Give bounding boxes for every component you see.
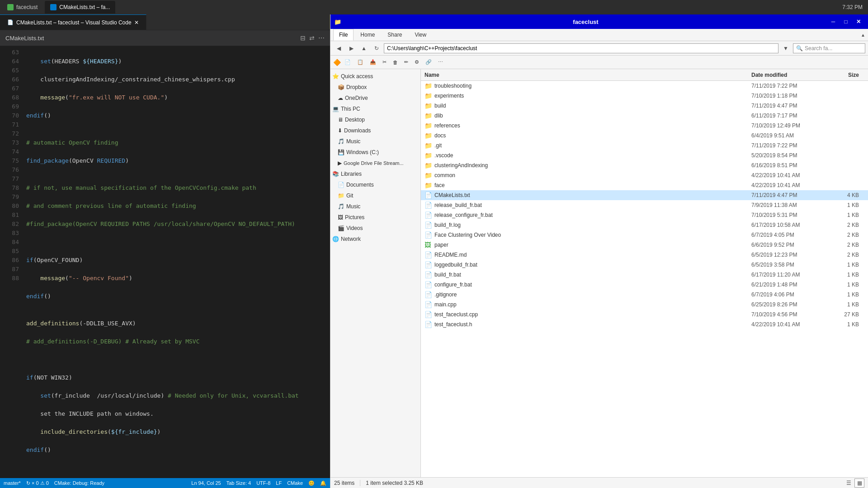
table-row[interactable]: 📁 face 4/22/2019 10:41 AM: [421, 180, 868, 190]
address-path[interactable]: C:\Users\langh\C++Projects\faceclust: [384, 43, 778, 53]
table-row[interactable]: 📄 loggedbuild_fr.bat 6/5/2019 3:58 PM 1 …: [421, 260, 868, 270]
file-type-icon: 📄: [425, 281, 433, 288]
tree-item-dropbox[interactable]: 📦 Dropbox: [330, 82, 420, 93]
code-content[interactable]: set(HEADERS ${HEADERS}) clusteringAndInd…: [23, 46, 330, 478]
maximize-button[interactable]: □: [840, 17, 852, 26]
tree-item-music2[interactable]: 🎵 Music: [330, 201, 420, 212]
table-row[interactable]: 📄 build_fr.bat 6/17/2019 11:20 AM 1 KB: [421, 270, 868, 280]
file-rows-container: 📁 troubleshooting 7/11/2019 7:22 PM 📁 ex…: [421, 81, 868, 329]
tree-item-quick-access[interactable]: ⭐ Quick access: [330, 71, 420, 82]
table-row[interactable]: 📄 build_fr.log 6/17/2019 10:58 AM 2 KB: [421, 220, 868, 230]
file-date: 4/22/2019 10:41 AM: [751, 172, 833, 178]
table-row[interactable]: 📄 .gitignore 6/7/2019 4:06 PM 1 KB: [421, 290, 868, 300]
tree-item-music[interactable]: 🎵 Music: [330, 136, 420, 147]
col-header-date[interactable]: Date modified: [751, 72, 833, 78]
tree-item-pictures[interactable]: 🖼 Pictures: [330, 212, 420, 223]
table-row[interactable]: 📁 experiments 7/10/2019 1:18 PM: [421, 91, 868, 101]
table-row[interactable]: 📄 release_build_fr.bat 7/9/2019 11:38 AM…: [421, 200, 868, 210]
toolbar-btn-properties[interactable]: ⚙: [412, 58, 422, 66]
table-row[interactable]: 📄 README.md 6/5/2019 12:23 PM 2 KB: [421, 250, 868, 260]
table-row[interactable]: 📄 release_configure_fr.bat 7/10/2019 5:3…: [421, 210, 868, 220]
toolbar-btn-cut[interactable]: ✂: [380, 58, 389, 66]
taskbar-tab-faceclust[interactable]: faceclust: [2, 1, 43, 14]
table-row[interactable]: 📄 CMakeLists.txt 7/11/2019 4:47 PM 4 KB: [421, 190, 868, 200]
more-actions-icon[interactable]: ⋯: [318, 34, 325, 42]
ribbon-expand[interactable]: ▲: [861, 29, 865, 41]
toolbar-btn-rename[interactable]: ✏: [401, 58, 411, 66]
forward-button[interactable]: ▶: [346, 43, 357, 54]
address-dropdown[interactable]: ▼: [780, 43, 791, 54]
table-row[interactable]: 📁 troubleshooting 7/11/2019 7:22 PM: [421, 81, 868, 91]
tree-item-this-pc[interactable]: 💻 This PC: [330, 103, 420, 114]
col-header-size[interactable]: Size: [833, 72, 864, 78]
tab-size-status[interactable]: Tab Size: 4: [226, 480, 251, 486]
editor-tab-close[interactable]: ✕: [134, 19, 139, 26]
tree-item-downloads[interactable]: ⬇ Downloads: [330, 125, 420, 136]
branch-status[interactable]: master*: [4, 480, 21, 486]
tree-item-network[interactable]: 🌐 Network: [330, 234, 420, 244]
refresh-button[interactable]: ↻: [371, 43, 382, 54]
tree-item-windows-c[interactable]: 💾 Windows (C:): [330, 147, 420, 158]
split-editor-icon[interactable]: ⊟: [300, 34, 306, 42]
file-size: 1 KB: [833, 282, 864, 288]
file-type-icon: 📄: [425, 211, 433, 219]
minimize-button[interactable]: ─: [827, 17, 839, 26]
table-row[interactable]: 🖼 paper 6/6/2019 9:52 PM 2 KB: [421, 240, 868, 250]
toolbar-icon-1: 🔶: [333, 59, 341, 66]
back-button[interactable]: ◀: [333, 43, 344, 54]
table-row[interactable]: 📄 Face Clustering Over Video 6/7/2019 4:…: [421, 230, 868, 240]
toolbar-btn-paste[interactable]: 📥: [367, 58, 379, 66]
table-row[interactable]: 📁 .vscode 5/20/2019 8:54 PM: [421, 150, 868, 160]
faceclust-icon: [7, 4, 14, 10]
tree-item-desktop[interactable]: 🖥 Desktop: [330, 114, 420, 125]
tree-item-git[interactable]: 📁 Git: [330, 190, 420, 201]
list-view-button[interactable]: ▦: [854, 479, 864, 488]
tree-item-label: Libraries: [341, 171, 362, 177]
ribbon-tab-view[interactable]: View: [409, 29, 432, 41]
file-date: 6/11/2019 7:17 PM: [751, 113, 833, 119]
tree-item-documents[interactable]: 📄 Documents: [330, 179, 420, 190]
line-ending-status[interactable]: LF: [276, 480, 282, 486]
tree-item-label: Dropbox: [346, 84, 367, 90]
tree-item-onedrive[interactable]: ☁ OneDrive: [330, 93, 420, 103]
table-row[interactable]: 📁 references 7/10/2019 12:49 PM: [421, 121, 868, 131]
table-row[interactable]: 📄 test_faceclust.cpp 7/10/2019 4:56 PM 2…: [421, 310, 868, 319]
position-status[interactable]: Ln 94, Col 25: [191, 480, 221, 486]
sync-status[interactable]: ↻ × 0 ⚠ 0: [26, 480, 49, 486]
toolbar-btn-delete[interactable]: 🗑: [390, 59, 401, 66]
search-box[interactable]: 🔍 Search fa...: [793, 43, 865, 53]
close-button[interactable]: ✕: [853, 17, 864, 26]
language-status[interactable]: CMake: [287, 480, 303, 486]
tree-item-videos[interactable]: 🎬 Videos: [330, 223, 420, 234]
up-button[interactable]: ▲: [359, 43, 369, 54]
ribbon-tab-share[interactable]: Share: [382, 29, 408, 41]
network-icon: 🌐: [332, 236, 339, 242]
editor-tab-cmakelists[interactable]: 📄 CMakeLists.txt – faceclust – Visual St…: [0, 14, 146, 30]
col-header-name[interactable]: Name: [425, 72, 751, 78]
toolbar-btn-more[interactable]: ⋯: [435, 58, 446, 66]
tree-item-libraries[interactable]: 📚 Libraries: [330, 169, 420, 179]
table-row[interactable]: 📁 clusteringAndIndexing 6/16/2019 8:51 P…: [421, 160, 868, 170]
table-row[interactable]: 📄 configure_fr.bat 6/21/2019 1:48 PM 1 K…: [421, 280, 868, 290]
file-type-icon: 📄: [425, 321, 433, 328]
toolbar-btn-share[interactable]: 🔗: [423, 58, 434, 66]
ribbon-tab-file[interactable]: File: [333, 29, 354, 41]
tree-item-gdrive[interactable]: ▶ Google Drive File Stream...: [330, 158, 420, 169]
dropbox-icon: 📦: [338, 84, 344, 90]
toolbar-btn-copy[interactable]: 📋: [354, 58, 366, 66]
table-row[interactable]: 📄 main.cpp 6/25/2019 8:26 PM 1 KB: [421, 300, 868, 310]
table-row[interactable]: 📁 docs 6/4/2019 9:51 AM: [421, 131, 868, 141]
file-date: 6/7/2019 4:05 PM: [751, 232, 833, 238]
encoding-status[interactable]: UTF-8: [256, 480, 270, 486]
toolbar-btn-new[interactable]: 📄: [342, 58, 354, 66]
toggle-diff-icon[interactable]: ⇄: [309, 34, 315, 42]
ribbon-tab-home[interactable]: Home: [354, 29, 381, 41]
table-row[interactable]: 📁 .git 7/11/2019 7:22 PM: [421, 141, 868, 150]
table-row[interactable]: 📁 dlib 6/11/2019 7:17 PM: [421, 111, 868, 121]
taskbar-tab-cmakelists[interactable]: CMakeLists.txt – fa...: [45, 1, 115, 14]
details-view-button[interactable]: ☰: [844, 479, 854, 488]
file-size: 4 KB: [833, 192, 864, 198]
table-row[interactable]: 📁 common 4/22/2019 10:41 AM: [421, 170, 868, 180]
table-row[interactable]: 📄 test_faceclust.h 4/22/2019 10:41 AM 1 …: [421, 319, 868, 329]
table-row[interactable]: 📁 build 7/11/2019 4:47 PM: [421, 101, 868, 111]
